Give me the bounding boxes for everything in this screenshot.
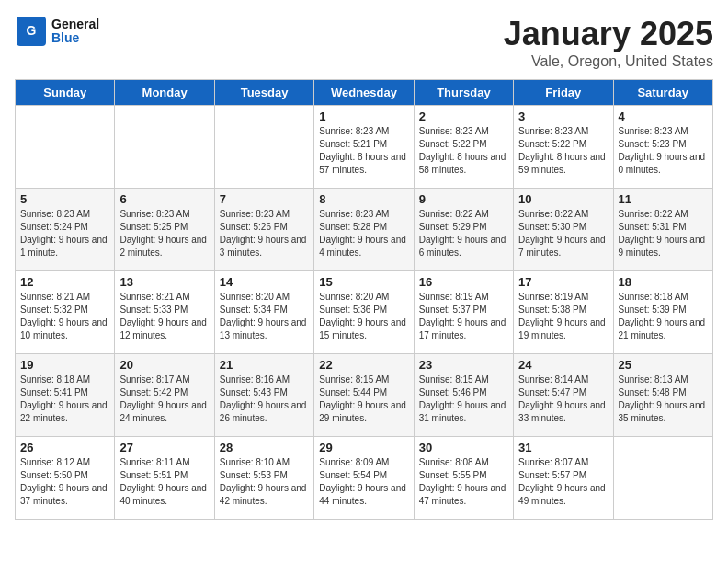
- day-info: Sunrise: 8:23 AM Sunset: 5:22 PM Dayligh…: [518, 125, 608, 177]
- weekday-header-thursday: Thursday: [414, 80, 513, 106]
- empty-day: [214, 106, 313, 189]
- day-number: 6: [119, 192, 209, 206]
- day-number: 27: [119, 441, 209, 454]
- day-info: Sunrise: 8:20 AM Sunset: 5:36 PM Dayligh…: [319, 291, 408, 342]
- day-number: 3: [518, 109, 608, 123]
- day-number: 31: [518, 441, 608, 454]
- empty-day: [115, 106, 214, 189]
- day-info: Sunrise: 8:23 AM Sunset: 5:23 PM Dayligh…: [619, 125, 708, 177]
- calendar-day-1: 1Sunrise: 8:23 AM Sunset: 5:21 PM Daylig…: [314, 106, 414, 189]
- day-info: Sunrise: 8:14 AM Sunset: 5:47 PM Dayligh…: [518, 373, 608, 425]
- calendar-day-4: 4Sunrise: 8:23 AM Sunset: 5:23 PM Daylig…: [613, 106, 712, 189]
- calendar-day-24: 24Sunrise: 8:14 AM Sunset: 5:47 PM Dayli…: [514, 354, 613, 437]
- day-info: Sunrise: 8:19 AM Sunset: 5:37 PM Dayligh…: [419, 291, 508, 342]
- day-number: 22: [319, 358, 408, 372]
- calendar-day-22: 22Sunrise: 8:15 AM Sunset: 5:44 PM Dayli…: [314, 354, 414, 437]
- day-info: Sunrise: 8:22 AM Sunset: 5:30 PM Dayligh…: [518, 208, 608, 259]
- day-number: 25: [619, 358, 708, 372]
- day-info: Sunrise: 8:22 AM Sunset: 5:29 PM Dayligh…: [419, 208, 508, 259]
- svg-text:G: G: [27, 23, 37, 38]
- day-info: Sunrise: 8:23 AM Sunset: 5:28 PM Dayligh…: [319, 208, 408, 259]
- calendar-week-row: 12Sunrise: 8:21 AM Sunset: 5:32 PM Dayli…: [16, 271, 713, 354]
- calendar-day-8: 8Sunrise: 8:23 AM Sunset: 5:28 PM Daylig…: [314, 189, 414, 271]
- day-number: 29: [319, 441, 408, 454]
- weekday-header-saturday: Saturday: [613, 80, 712, 106]
- calendar-day-28: 28Sunrise: 8:10 AM Sunset: 5:53 PM Dayli…: [214, 437, 313, 520]
- calendar-day-2: 2Sunrise: 8:23 AM Sunset: 5:22 PM Daylig…: [414, 106, 513, 189]
- weekday-header-friday: Friday: [514, 80, 613, 106]
- day-info: Sunrise: 8:13 AM Sunset: 5:48 PM Dayligh…: [619, 373, 708, 425]
- day-number: 4: [619, 109, 708, 123]
- weekday-header-monday: Monday: [115, 80, 214, 106]
- day-info: Sunrise: 8:23 AM Sunset: 5:22 PM Dayligh…: [419, 125, 508, 177]
- logo-line1: General: [51, 17, 99, 31]
- calendar-day-16: 16Sunrise: 8:19 AM Sunset: 5:37 PM Dayli…: [414, 271, 513, 354]
- day-number: 14: [220, 275, 309, 289]
- day-info: Sunrise: 8:09 AM Sunset: 5:54 PM Dayligh…: [319, 456, 408, 508]
- calendar-day-6: 6Sunrise: 8:23 AM Sunset: 5:25 PM Daylig…: [115, 189, 214, 271]
- day-number: 19: [20, 358, 109, 372]
- calendar-day-30: 30Sunrise: 8:08 AM Sunset: 5:55 PM Dayli…: [414, 437, 513, 520]
- calendar-day-12: 12Sunrise: 8:21 AM Sunset: 5:32 PM Dayli…: [16, 271, 115, 354]
- logo-line2: Blue: [51, 31, 99, 45]
- day-number: 9: [419, 192, 508, 206]
- day-number: 21: [220, 358, 309, 372]
- calendar-day-27: 27Sunrise: 8:11 AM Sunset: 5:51 PM Dayli…: [115, 437, 214, 520]
- day-info: Sunrise: 8:23 AM Sunset: 5:25 PM Dayligh…: [119, 208, 209, 259]
- calendar-day-13: 13Sunrise: 8:21 AM Sunset: 5:33 PM Dayli…: [115, 271, 214, 354]
- day-info: Sunrise: 8:17 AM Sunset: 5:42 PM Dayligh…: [119, 373, 209, 425]
- calendar-body: 1Sunrise: 8:23 AM Sunset: 5:21 PM Daylig…: [16, 106, 713, 520]
- calendar-day-20: 20Sunrise: 8:17 AM Sunset: 5:42 PM Dayli…: [115, 354, 214, 437]
- calendar-header: SundayMondayTuesdayWednesdayThursdayFrid…: [16, 80, 713, 106]
- day-info: Sunrise: 8:21 AM Sunset: 5:33 PM Dayligh…: [119, 291, 209, 342]
- day-number: 13: [119, 275, 209, 289]
- weekday-header-tuesday: Tuesday: [214, 80, 313, 106]
- calendar-week-row: 1Sunrise: 8:23 AM Sunset: 5:21 PM Daylig…: [16, 106, 713, 189]
- calendar-table: SundayMondayTuesdayWednesdayThursdayFrid…: [15, 79, 713, 520]
- day-number: 30: [419, 441, 508, 454]
- calendar-day-18: 18Sunrise: 8:18 AM Sunset: 5:39 PM Dayli…: [613, 271, 712, 354]
- day-number: 10: [518, 192, 608, 206]
- day-info: Sunrise: 8:11 AM Sunset: 5:51 PM Dayligh…: [119, 456, 209, 508]
- day-info: Sunrise: 8:15 AM Sunset: 5:46 PM Dayligh…: [419, 373, 508, 425]
- day-number: 17: [518, 275, 608, 289]
- calendar-day-14: 14Sunrise: 8:20 AM Sunset: 5:34 PM Dayli…: [214, 271, 313, 354]
- day-info: Sunrise: 8:18 AM Sunset: 5:41 PM Dayligh…: [20, 373, 109, 425]
- calendar-day-5: 5Sunrise: 8:23 AM Sunset: 5:24 PM Daylig…: [16, 189, 115, 271]
- calendar-day-23: 23Sunrise: 8:15 AM Sunset: 5:46 PM Dayli…: [414, 354, 513, 437]
- logo: G General Blue: [15, 15, 99, 48]
- month-title: January 2025: [504, 15, 713, 53]
- calendar-day-21: 21Sunrise: 8:16 AM Sunset: 5:43 PM Dayli…: [214, 354, 313, 437]
- calendar-day-9: 9Sunrise: 8:22 AM Sunset: 5:29 PM Daylig…: [414, 189, 513, 271]
- calendar-day-26: 26Sunrise: 8:12 AM Sunset: 5:50 PM Dayli…: [16, 437, 115, 520]
- day-number: 15: [319, 275, 408, 289]
- calendar-day-19: 19Sunrise: 8:18 AM Sunset: 5:41 PM Dayli…: [16, 354, 115, 437]
- calendar-week-row: 26Sunrise: 8:12 AM Sunset: 5:50 PM Dayli…: [16, 437, 713, 520]
- day-number: 11: [619, 192, 708, 206]
- day-info: Sunrise: 8:12 AM Sunset: 5:50 PM Dayligh…: [20, 456, 109, 508]
- calendar-day-17: 17Sunrise: 8:19 AM Sunset: 5:38 PM Dayli…: [514, 271, 613, 354]
- calendar-day-29: 29Sunrise: 8:09 AM Sunset: 5:54 PM Dayli…: [314, 437, 414, 520]
- day-number: 1: [319, 109, 408, 123]
- calendar-day-31: 31Sunrise: 8:07 AM Sunset: 5:57 PM Dayli…: [514, 437, 613, 520]
- location-title: Vale, Oregon, United States: [504, 53, 713, 70]
- calendar-day-10: 10Sunrise: 8:22 AM Sunset: 5:30 PM Dayli…: [514, 189, 613, 271]
- day-info: Sunrise: 8:20 AM Sunset: 5:34 PM Dayligh…: [220, 291, 309, 342]
- day-info: Sunrise: 8:16 AM Sunset: 5:43 PM Dayligh…: [220, 373, 309, 425]
- day-number: 16: [419, 275, 508, 289]
- weekday-header-sunday: Sunday: [16, 80, 115, 106]
- weekday-header-wednesday: Wednesday: [314, 80, 414, 106]
- day-info: Sunrise: 8:22 AM Sunset: 5:31 PM Dayligh…: [619, 208, 708, 259]
- day-number: 23: [419, 358, 508, 372]
- day-info: Sunrise: 8:10 AM Sunset: 5:53 PM Dayligh…: [220, 456, 309, 508]
- day-number: 2: [419, 109, 508, 123]
- weekday-row: SundayMondayTuesdayWednesdayThursdayFrid…: [16, 80, 713, 106]
- day-info: Sunrise: 8:21 AM Sunset: 5:32 PM Dayligh…: [20, 291, 109, 342]
- day-info: Sunrise: 8:18 AM Sunset: 5:39 PM Dayligh…: [619, 291, 708, 342]
- day-number: 26: [20, 441, 109, 454]
- calendar-week-row: 5Sunrise: 8:23 AM Sunset: 5:24 PM Daylig…: [16, 189, 713, 271]
- calendar-week-row: 19Sunrise: 8:18 AM Sunset: 5:41 PM Dayli…: [16, 354, 713, 437]
- day-number: 12: [20, 275, 109, 289]
- calendar-day-7: 7Sunrise: 8:23 AM Sunset: 5:26 PM Daylig…: [214, 189, 313, 271]
- day-info: Sunrise: 8:07 AM Sunset: 5:57 PM Dayligh…: [518, 456, 608, 508]
